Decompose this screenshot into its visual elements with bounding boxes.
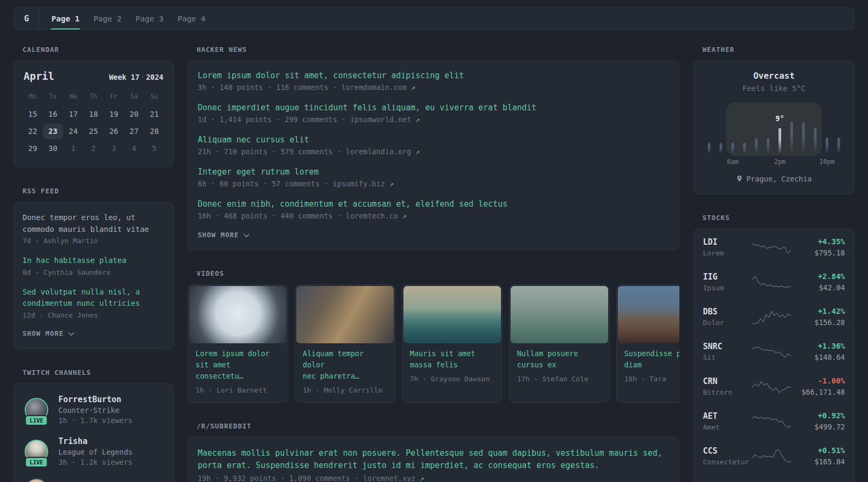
twitch-channel[interactable]: KendallCarr xyxy=(23,478,164,482)
hackernews-show-more-button[interactable]: SHOW MORE xyxy=(198,231,250,239)
location-pin-icon xyxy=(736,175,743,183)
weather-hour-labels: 6am2pm10pm xyxy=(708,158,840,166)
calendar-dow: We xyxy=(63,91,84,105)
stock-price: $156.28 xyxy=(797,318,845,327)
calendar-day: 28 xyxy=(144,124,164,139)
chevron-down-icon xyxy=(243,234,250,237)
hackernews-item-meta: 1d · 1,414 points · 299 comments · ipsum… xyxy=(198,115,669,124)
calendar-day: 26 xyxy=(103,124,124,139)
video-card-body: Mauris sit amet massa felis7h · Grayson … xyxy=(403,343,501,390)
stock-sparkline xyxy=(751,344,797,360)
weather-current-temp: 9° xyxy=(775,114,784,123)
stock-symbol: DBS xyxy=(703,307,751,317)
rss-item-meta: 8d · Cynthia Saunders xyxy=(23,268,164,276)
chevron-down-icon xyxy=(68,332,74,336)
stock-change: +0.51% xyxy=(797,446,845,455)
stock-symbol: IIG xyxy=(703,272,751,282)
stock-sparkline xyxy=(751,448,797,464)
section-title-subreddit: /R/SUBREDDIT xyxy=(197,422,679,430)
weather-bar xyxy=(743,142,746,154)
weather-hour-label: 6am xyxy=(727,158,739,165)
stock-row: LDILorem+4.35%$795.18 xyxy=(703,230,845,265)
stock-change: +0.92% xyxy=(797,411,845,420)
nav-tab-page-1[interactable]: Page 1 xyxy=(51,8,80,29)
video-title: Mauris sit amet massa felis xyxy=(410,348,495,371)
weather-condition: Overcast xyxy=(694,71,854,81)
weather-widget: Overcast Feels like 5°C 9° 6am2pm10pm Pr… xyxy=(693,61,855,194)
calendar-day: 2 xyxy=(84,141,104,156)
video-card-body: Suspendisse potenti diam18h · Tara xyxy=(618,343,679,390)
video-card[interactable]: Suspendisse potenti diam18h · Tara xyxy=(616,284,679,403)
twitch-channel[interactable]: LIVETrishaLeague of Legends3h · 1.2k vie… xyxy=(23,436,164,466)
subreddit-post-title: Maecenas mollis pulvinar erat non posuer… xyxy=(198,447,669,472)
video-title: Aliquam tempor dolor nec pharetra… xyxy=(303,348,387,382)
video-meta: 1h · Molly Carrillo xyxy=(303,386,387,394)
video-meta: 18h · Tara xyxy=(624,375,679,383)
stock-values: +1.36%$148.64 xyxy=(797,342,845,362)
twitch-section: TWITCH CHANNELS LIVEForrestBurtonCounter… xyxy=(13,368,174,482)
calendar-widget: April Week 17·2024 MoTuWeThFrSaSu1516171… xyxy=(13,61,174,168)
rss-item-title: Sed volutpat nulla nisl, a condimentum n… xyxy=(23,287,164,310)
hackernews-item[interactable]: Aliquam nec cursus elit21h · 710 points … xyxy=(198,134,669,156)
section-title-weather: WEATHER xyxy=(702,46,855,54)
middle-column: HACKER NEWS Lorem ipsum dolor sit amet, … xyxy=(188,30,679,482)
rss-item[interactable]: In hac habitasse platea8d · Cynthia Saun… xyxy=(23,255,164,276)
twitch-channel[interactable]: LIVEForrestBurtonCounter-Strike1h · 1.7k… xyxy=(23,395,164,425)
stock-values: +2.84%$42.04 xyxy=(797,272,845,292)
stock-identity: DBSDolor xyxy=(703,307,751,327)
calendar-dow: Tu xyxy=(43,91,63,105)
stock-sparkline xyxy=(751,309,797,325)
twitch-channel-category: League of Legends xyxy=(58,448,132,456)
calendar-day: 15 xyxy=(23,107,43,122)
weather-hour-label: 10pm xyxy=(819,158,835,165)
stock-identity: CRNBitcorn xyxy=(703,376,751,396)
video-card[interactable]: Nullam posuere cursus ex17h · Stefan Col… xyxy=(509,284,610,403)
weather-bar xyxy=(731,142,734,154)
nav-tab-page-4[interactable]: Page 4 xyxy=(177,8,206,29)
stock-row: SNRCSit+1.36%$148.64 xyxy=(703,334,845,369)
hackernews-item[interactable]: Lorem ipsum dolor sit amet, consectetur … xyxy=(198,70,669,92)
twitch-avatar-wrap: LIVE xyxy=(23,440,50,463)
weather-bar xyxy=(720,143,722,154)
hackernews-item-title: Donec enim nibh, condimentum et accumsan… xyxy=(198,199,669,210)
rss-show-more-button[interactable]: SHOW MORE xyxy=(23,329,74,337)
stock-name: Dolor xyxy=(703,319,751,327)
stock-name: Sit xyxy=(703,353,751,362)
weather-bar xyxy=(814,128,817,154)
home-logo[interactable]: G xyxy=(14,8,39,29)
stock-values: -1.00%$66,171.48 xyxy=(797,376,845,396)
video-card[interactable]: Aliquam tempor dolor nec pharetra…1h · M… xyxy=(295,284,395,403)
hackernews-item[interactable]: Donec imperdiet augue tincidunt felis al… xyxy=(198,102,669,124)
rss-item[interactable]: Sed volutpat nulla nisl, a condimentum n… xyxy=(23,287,164,319)
rss-item[interactable]: Donec tempor eros leo, ut commodo mauris… xyxy=(23,212,164,245)
stock-symbol: AET xyxy=(703,411,751,421)
rss-list: Donec tempor eros leo, ut commodo mauris… xyxy=(23,212,164,319)
calendar-day: 24 xyxy=(63,124,84,139)
calendar-day: 29 xyxy=(23,141,43,156)
section-title-twitch: TWITCH CHANNELS xyxy=(23,368,174,376)
stocks-widget: LDILorem+4.35%$795.18IIGIpsum+2.84%$42.0… xyxy=(693,229,855,482)
stock-identity: SNRCSit xyxy=(703,342,751,362)
stock-name: Bitcorn xyxy=(703,388,751,396)
hackernews-item[interactable]: Donec enim nibh, condimentum et accumsan… xyxy=(198,199,669,220)
calendar-day: 27 xyxy=(124,124,144,139)
calendar-month: April xyxy=(24,70,54,82)
stock-change: +1.42% xyxy=(797,307,845,315)
stock-price: $66,171.48 xyxy=(797,388,845,396)
hackernews-item-title: Lorem ipsum dolor sit amet, consectetur … xyxy=(198,70,669,81)
subreddit-post[interactable]: Maecenas mollis pulvinar erat non posuer… xyxy=(198,447,669,482)
hackernews-item[interactable]: Integer eget rutrum lorem6h · 60 points … xyxy=(198,167,669,188)
external-link-icon: ↗ xyxy=(420,474,424,482)
nav-tab-page-3[interactable]: Page 3 xyxy=(135,8,164,29)
hackernews-item-title: Integer eget rutrum lorem xyxy=(198,167,669,178)
stock-symbol: LDI xyxy=(703,237,751,247)
twitch-channel-info: TrishaLeague of Legends3h · 1.2k viewers xyxy=(58,436,132,466)
weather-hour-label: 2pm xyxy=(774,158,786,165)
nav-tab-page-2[interactable]: Page 2 xyxy=(93,8,122,29)
calendar-dow: Sa xyxy=(124,91,144,105)
video-card[interactable]: Mauris sit amet massa felis7h · Grayson … xyxy=(402,284,503,403)
video-card[interactable]: Lorem ipsum dolor sit amet consectetu…1h… xyxy=(188,284,288,403)
stock-change: -1.00% xyxy=(797,376,845,385)
rss-widget: Donec tempor eros leo, ut commodo mauris… xyxy=(13,202,174,349)
stock-name: Consectetur xyxy=(703,458,751,466)
